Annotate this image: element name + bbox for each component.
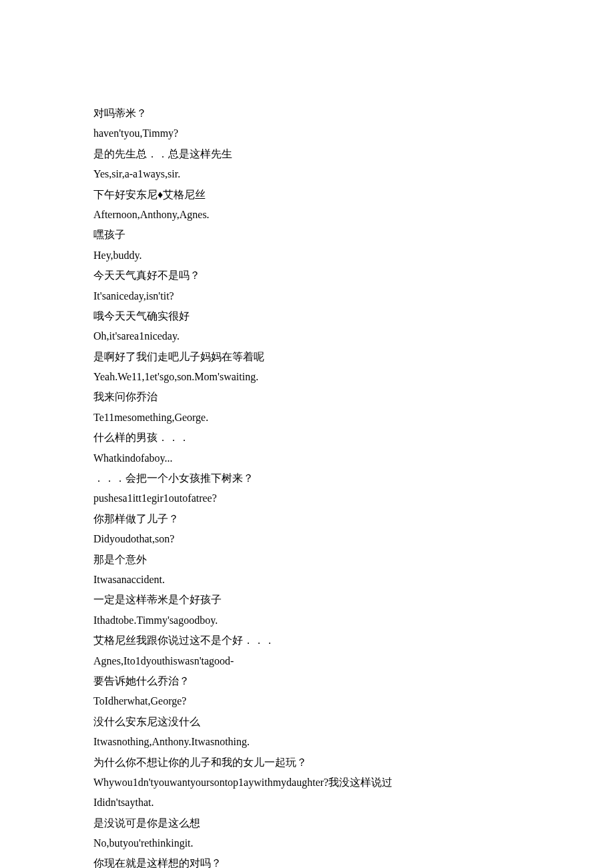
text-line: No,butyou'rethinkingit. xyxy=(93,833,521,853)
text-line: ．．．会把一个小女孩推下树来？ xyxy=(93,468,521,488)
text-line: Hey,buddy. xyxy=(93,246,521,266)
text-line: Whatkindofaboy... xyxy=(93,448,521,468)
text-line: 一定是这样蒂米是个好孩子 xyxy=(93,590,521,610)
text-line: 你那样做了儿子？ xyxy=(93,509,521,529)
text-line: 什么样的男孩．．． xyxy=(93,428,521,448)
text-line: 哦今天天气确实很好 xyxy=(93,306,521,326)
text-line: 嘿孩子 xyxy=(93,225,521,245)
text-line: 为什么你不想让你的儿子和我的女儿一起玩？ xyxy=(93,753,521,773)
text-line: 今天天气真好不是吗？ xyxy=(93,266,521,286)
text-line: 你现在就是这样想的对吗？ xyxy=(93,853,521,868)
text-line: Itwasnothing,Anthony.Itwasnothing. xyxy=(93,732,521,752)
text-line: Yes,sir,a-a1ways,sir. xyxy=(93,164,521,184)
text-line: Ididn'tsaythat. xyxy=(93,793,521,813)
text-line: Oh,it'sarea1niceday. xyxy=(93,326,521,346)
text-line: Te11mesomething,George. xyxy=(93,408,521,428)
document-page: 对吗蒂米？ haven'tyou,Timmy? 是的先生总．．总是这样先生 Ye… xyxy=(0,0,614,868)
text-line: pushesa1itt1egir1outofatree? xyxy=(93,488,521,508)
text-line: It'saniceday,isn'tit? xyxy=(93,286,521,306)
text-line: 下午好安东尼♦艾格尼丝 xyxy=(93,185,521,205)
text-line: 是的先生总．．总是这样先生 xyxy=(93,144,521,164)
text-line: ToIdherwhat,George? xyxy=(93,691,521,711)
text-line: 那是个意外 xyxy=(93,550,521,570)
text-line: 要告诉她什么乔治？ xyxy=(93,671,521,691)
text-line: Itwasanaccident. xyxy=(93,570,521,590)
text-line: 艾格尼丝我跟你说过这不是个好．．． xyxy=(93,630,521,650)
text-line: haven'tyou,Timmy? xyxy=(93,123,521,143)
text-line: Afternoon,Anthony,Agnes. xyxy=(93,205,521,225)
text-line: Yeah.We11,1et'sgo,son.Mom'swaiting. xyxy=(93,367,521,387)
text-line: Agnes,Ito1dyouthiswasn'tagood- xyxy=(93,651,521,671)
text-line: Didyoudothat,son? xyxy=(93,529,521,549)
text-line: Ithadtobe.Timmy'sagoodboy. xyxy=(93,610,521,630)
text-line: 对吗蒂米？ xyxy=(93,103,521,123)
text-line: 没什么安东尼这没什么 xyxy=(93,712,521,732)
text-line: 我来问你乔治 xyxy=(93,387,521,407)
text-line: 是啊好了我们走吧儿子妈妈在等着呢 xyxy=(93,347,521,367)
text-line: Whywou1dn'tyouwantyoursontop1aywithmydau… xyxy=(93,773,521,793)
text-line: 是没说可是你是这么想 xyxy=(93,813,521,833)
